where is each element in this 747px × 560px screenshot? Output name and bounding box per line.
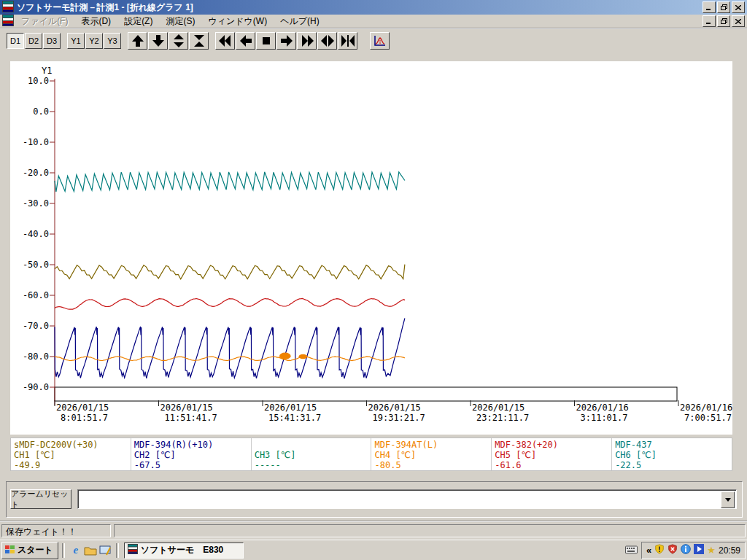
legend-cell-ch1: sMDF-DC200V(+30)CH1 [℃]-49.9 (11, 438, 131, 470)
chart-panel: 10.00.0-10.0-20.0-30.0-40.0-50.0-60.0-70… (10, 61, 732, 435)
taskbar-divider (116, 543, 119, 558)
legend-cell-ch4: MDF-394AT(L)CH4 [℃]-80.5 (371, 438, 492, 470)
step-left-icon[interactable] (236, 32, 255, 50)
menubar: ファイル(F) 表示(D) 設定(Z) 測定(S) ウィンドウ(W) ヘルプ(H… (0, 15, 747, 28)
svg-text:-80.0: -80.0 (23, 351, 49, 362)
button-y2[interactable]: Y2 (85, 33, 103, 49)
quick-launch-ie-icon[interactable]: e (69, 543, 83, 558)
svg-text:2026/01/16: 2026/01/16 (680, 402, 732, 413)
app-icon[interactable] (2, 1, 14, 15)
compress-horizontal-icon[interactable] (338, 32, 357, 50)
svg-text:-40.0: -40.0 (23, 229, 49, 239)
media-play-icon[interactable] (694, 544, 704, 556)
alarm-reset-button[interactable]: アラームリセット (10, 489, 71, 509)
keyboard-icon[interactable] (625, 544, 638, 557)
titlebar: ソフトサーモ計測－計測1 - [折れ線グラフ 1] (0, 0, 747, 15)
info-balloon-icon[interactable] (681, 544, 691, 556)
channel-legend: sMDF-DC200V(+30)CH1 [℃]-49.9 MDF-394(R)(… (10, 438, 732, 471)
menu-settings[interactable]: 設定(Z) (118, 15, 158, 28)
button-d2[interactable]: D2 (25, 33, 42, 49)
menu-file[interactable]: ファイル(F) (15, 15, 74, 28)
svg-text:-10.0: -10.0 (23, 137, 49, 147)
svg-text:-70.0: -70.0 (23, 321, 49, 331)
menu-window[interactable]: ウィンドウ(W) (202, 15, 273, 28)
svg-text:-30.0: -30.0 (23, 198, 49, 209)
combo-dropdown-icon[interactable] (721, 491, 735, 508)
chart-svg: 10.00.0-10.0-20.0-30.0-40.0-50.0-60.0-70… (10, 61, 732, 435)
button-y1[interactable]: Y1 (67, 33, 85, 49)
mdi-restore-button[interactable] (717, 15, 730, 27)
menu-view[interactable]: 表示(D) (75, 15, 117, 28)
svg-text:10.0: 10.0 (28, 76, 49, 86)
statusbar: 保存ウェイト！！ (0, 521, 747, 540)
alarm-combobox[interactable] (77, 489, 737, 509)
security-alert-shield-icon[interactable] (654, 544, 665, 556)
svg-text:3:11:01.7: 3:11:01.7 (581, 413, 628, 423)
security-error-shield-icon[interactable] (667, 544, 678, 556)
menu-help[interactable]: ヘルプ(H) (274, 15, 325, 28)
legend-cell-ch3: CH3 [℃]----- (252, 438, 372, 470)
svg-text:15:41:31.7: 15:41:31.7 (268, 413, 321, 423)
svg-text:0.0: 0.0 (33, 106, 49, 117)
status-panel-2 (114, 524, 746, 537)
svg-text:2026/01/15: 2026/01/15 (264, 402, 317, 413)
status-message: 保存ウェイト！！ (1, 524, 111, 537)
svg-text:2026/01/16: 2026/01/16 (576, 402, 629, 413)
mdi-close-button[interactable] (732, 15, 745, 27)
svg-text:-50.0: -50.0 (23, 260, 49, 270)
svg-text:19:31:21.7: 19:31:21.7 (373, 413, 425, 423)
task-button-softthermo[interactable]: ソフトサーモ E830 (124, 542, 244, 559)
application-window: ソフトサーモ計測－計測1 - [折れ線グラフ 1] ファイル(F) 表示(D) … (0, 0, 747, 560)
button-d3[interactable]: D3 (43, 33, 61, 49)
step-right-icon[interactable] (276, 32, 296, 50)
svg-text:8:01:51.7: 8:01:51.7 (61, 413, 108, 423)
taskbar: スタート e ソフトサーモ E830 « ★ 20:59 (0, 540, 747, 560)
minimize-button[interactable] (703, 1, 716, 13)
window-title: ソフトサーモ計測－計測1 - [折れ線グラフ 1] (17, 1, 193, 14)
fast-forward-icon[interactable] (297, 32, 317, 50)
button-y3[interactable]: Y3 (104, 33, 121, 49)
clock: 20:59 (719, 545, 740, 556)
svg-text:7:00:51.7: 7:00:51.7 (684, 413, 732, 423)
system-tray: « ★ 20:59 (641, 542, 746, 559)
hidden-icons-chevron[interactable]: « (646, 545, 651, 556)
start-button[interactable]: スタート (1, 542, 58, 559)
menu-measure[interactable]: 測定(S) (160, 15, 201, 28)
scroll-up-icon[interactable] (128, 32, 147, 50)
scroll-down-icon[interactable] (148, 32, 168, 50)
quick-launch-desktop-icon[interactable] (98, 543, 112, 558)
graph-display-icon[interactable] (370, 32, 390, 50)
stop-icon[interactable] (256, 32, 276, 50)
svg-text:-20.0: -20.0 (23, 168, 49, 178)
toolbar: D1 D2 D3 Y1 Y2 Y3 (0, 28, 747, 52)
svg-text:11:51:41.7: 11:51:41.7 (165, 413, 217, 423)
svg-text:-60.0: -60.0 (23, 290, 49, 300)
svg-text:Y1: Y1 (42, 66, 52, 76)
svg-text:-90.0: -90.0 (23, 382, 49, 392)
svg-text:2026/01/15: 2026/01/15 (56, 402, 109, 413)
svg-text:23:21:11.7: 23:21:11.7 (476, 413, 529, 423)
expand-horizontal-icon[interactable] (317, 32, 337, 50)
restore-button[interactable] (717, 1, 730, 13)
quick-launch-folder-icon[interactable] (83, 543, 98, 558)
svg-text:2026/01/15: 2026/01/15 (472, 402, 525, 413)
expand-vertical-icon[interactable] (169, 32, 188, 50)
mdi-child-icon[interactable] (2, 15, 14, 28)
fast-rewind-icon[interactable] (215, 32, 235, 50)
compress-vertical-icon[interactable] (189, 32, 209, 50)
legend-cell-ch6: MDF-437CH6 [℃]-22.5 (612, 438, 732, 470)
legend-cell-ch2: MDF-394(R)(+10)CH2 [℃]-67.5 (131, 438, 252, 470)
legend-cell-ch5: MDF-382(+20)CH5 [℃]-61.6 (492, 438, 612, 470)
update-star-icon[interactable]: ★ (707, 545, 716, 556)
svg-text:2026/01/15: 2026/01/15 (368, 402, 421, 413)
windows-logo-icon (4, 545, 15, 556)
svg-text:2026/01/15: 2026/01/15 (160, 402, 213, 413)
taskbar-divider (62, 543, 65, 558)
button-d1[interactable]: D1 (7, 33, 24, 49)
app-icon (128, 544, 138, 556)
mdi-minimize-button[interactable] (703, 15, 716, 27)
close-button[interactable] (732, 1, 745, 13)
